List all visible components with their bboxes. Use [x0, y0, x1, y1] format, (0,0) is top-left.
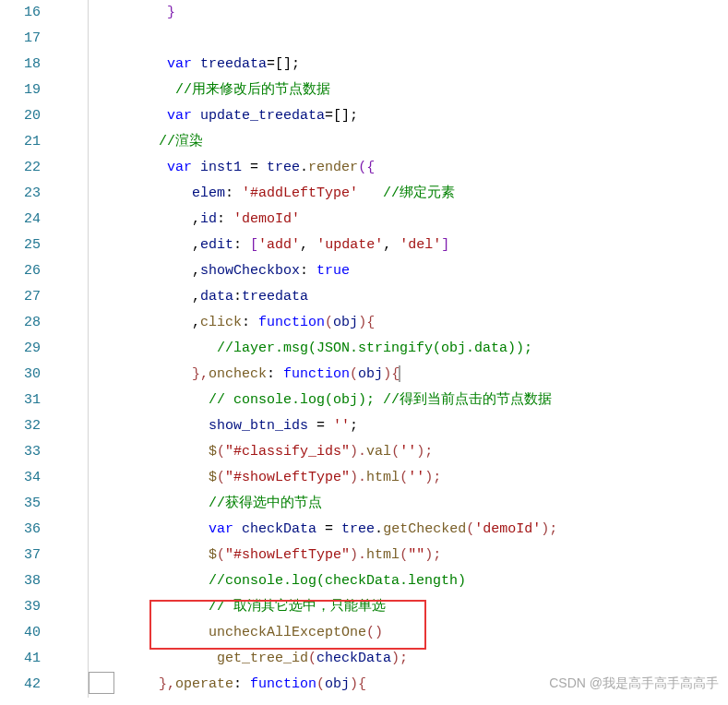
- line-number: 32: [0, 413, 52, 439]
- code-line[interactable]: $("#showLeftType").html("");: [89, 543, 728, 568]
- code-content[interactable]: } var treedata=[]; //用来修改后的节点数据 var upda…: [89, 0, 728, 698]
- code-line[interactable]: ,click: function(obj){: [89, 310, 728, 336]
- line-number: 28: [0, 310, 52, 336]
- code-line[interactable]: //layer.msg(JSON.stringify(obj.data));: [89, 336, 728, 362]
- line-number: 24: [0, 207, 52, 233]
- line-number: 25: [0, 233, 52, 258]
- code-line[interactable]: var treedata=[];: [89, 52, 728, 78]
- code-line[interactable]: ,data:treedata: [89, 284, 728, 310]
- line-number: 21: [0, 129, 52, 155]
- line-number: 16: [0, 0, 52, 26]
- cursor-indicator: [399, 365, 400, 382]
- code-line[interactable]: var inst1 = tree.render({: [89, 155, 728, 181]
- line-number: 31: [0, 388, 52, 413]
- line-number: 29: [0, 336, 52, 362]
- code-line[interactable]: }: [89, 0, 728, 26]
- code-line[interactable]: $("#showLeftType").html('');: [89, 465, 728, 491]
- line-number: 38: [0, 568, 52, 594]
- line-number: 27: [0, 284, 52, 310]
- line-number: 19: [0, 78, 52, 103]
- line-number: 37: [0, 543, 52, 568]
- code-line[interactable]: var checkData = tree.getChecked('demoId'…: [89, 517, 728, 543]
- code-line[interactable]: },operate: function(obj){: [89, 672, 728, 698]
- line-number: 30: [0, 362, 52, 388]
- code-line[interactable]: elem: '#addLeftType' //绑定元素: [89, 181, 728, 207]
- code-line[interactable]: // 取消其它选中，只能单选: [89, 594, 728, 620]
- line-number: 36: [0, 517, 52, 543]
- line-number: 26: [0, 258, 52, 284]
- line-number-gutter: 16 17 18 19 20 21 22 23 24 25 26 27 28 2…: [0, 0, 52, 698]
- line-number: 20: [0, 103, 52, 129]
- line-number: 34: [0, 465, 52, 491]
- code-line[interactable]: uncheckAllExceptOne(): [89, 620, 728, 646]
- code-line[interactable]: // console.log(obj); //得到当前点击的节点数据: [89, 388, 728, 413]
- code-line[interactable]: var update_treedata=[];: [89, 103, 728, 129]
- code-line[interactable]: //用来修改后的节点数据: [89, 78, 728, 103]
- line-number: 40: [0, 620, 52, 646]
- line-number: 35: [0, 491, 52, 517]
- fold-column: [52, 0, 89, 698]
- code-line[interactable]: $("#classify_ids").val('');: [89, 439, 728, 465]
- line-number: 23: [0, 181, 52, 207]
- code-line[interactable]: },oncheck: function(obj){: [89, 362, 728, 388]
- code-line[interactable]: ,edit: ['add', 'update', 'del']: [89, 233, 728, 258]
- code-line[interactable]: ,showCheckbox: true: [89, 258, 728, 284]
- line-number: 41: [0, 646, 52, 672]
- code-line[interactable]: //获得选中的节点: [89, 491, 728, 517]
- code-line[interactable]: //渲染: [89, 129, 728, 155]
- line-number: 18: [0, 52, 52, 78]
- code-line[interactable]: [89, 26, 728, 52]
- line-number: 33: [0, 439, 52, 465]
- code-editor: 16 17 18 19 20 21 22 23 24 25 26 27 28 2…: [0, 0, 728, 698]
- current-line-highlight: [89, 672, 114, 694]
- line-number: 17: [0, 26, 52, 52]
- line-number: 42: [0, 672, 52, 698]
- line-number: 22: [0, 155, 52, 181]
- code-line[interactable]: get_tree_id(checkData);: [89, 646, 728, 672]
- code-line[interactable]: //console.log(checkData.length): [89, 568, 728, 594]
- line-number: 39: [0, 594, 52, 620]
- code-line[interactable]: ,id: 'demoId': [89, 207, 728, 233]
- code-line[interactable]: show_btn_ids = '';: [89, 413, 728, 439]
